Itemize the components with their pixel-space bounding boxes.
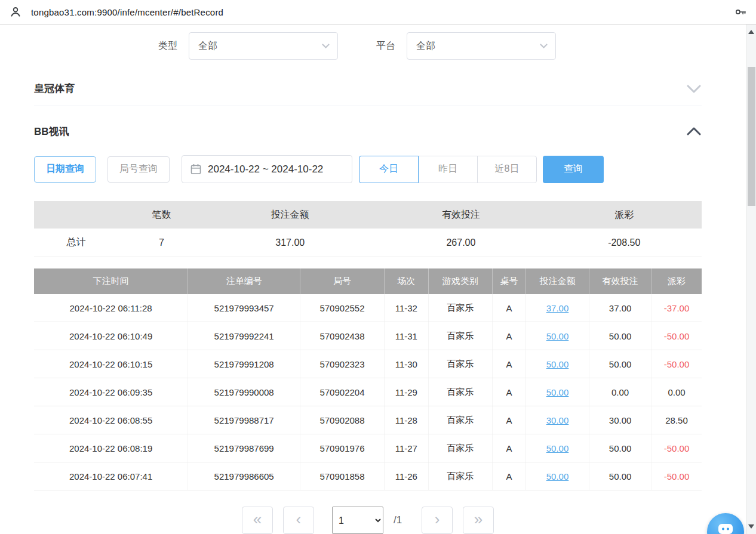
table-row: 2024-10-22 06:10:49 521979992241 5709024… xyxy=(34,322,702,350)
cell-round-id: 570901976 xyxy=(300,434,385,462)
header-table-no: 桌号 xyxy=(493,268,526,294)
type-filter-select[interactable]: 全部 xyxy=(189,32,338,60)
cell-table-no: A xyxy=(493,322,526,350)
double-chevron-left-icon: « xyxy=(253,511,262,527)
chevron-right-icon: › xyxy=(435,511,440,527)
total-pages-label: /1 xyxy=(394,514,402,526)
bet-amount-link[interactable]: 50.00 xyxy=(546,471,569,481)
double-chevron-right-icon: » xyxy=(474,511,483,527)
cell-session: 11-32 xyxy=(385,294,429,322)
today-button[interactable]: 今日 xyxy=(359,156,419,183)
summary-count-value: 7 xyxy=(118,229,205,257)
cell-bet-time: 2024-10-22 06:08:55 xyxy=(34,406,188,434)
bet-record-table: 下注时间 注单编号 局号 场次 游戏类别 桌号 投注金额 有效投注 派彩 202… xyxy=(34,268,702,490)
cell-game-type: 百家乐 xyxy=(429,294,493,322)
cell-table-no: A xyxy=(493,462,526,490)
bet-amount-link[interactable]: 37.00 xyxy=(546,303,569,313)
last-page-button[interactable]: » xyxy=(463,507,494,534)
calendar-icon xyxy=(190,163,201,175)
bet-amount-link[interactable]: 50.00 xyxy=(546,359,569,369)
browser-address-bar: tongbao31.com:9900/infe/mcenter/#/betRec… xyxy=(0,0,756,24)
cell-payout: -50.00 xyxy=(651,350,702,378)
cell-table-no: A xyxy=(493,434,526,462)
header-session: 场次 xyxy=(385,268,429,294)
bet-amount-link[interactable]: 50.00 xyxy=(546,443,569,453)
chat-icon xyxy=(716,520,735,534)
summary-header-valid-bet: 有效投注 xyxy=(375,201,546,229)
page-number-select[interactable]: 1 xyxy=(332,507,383,534)
cell-bet-time: 2024-10-22 06:11:28 xyxy=(34,294,188,322)
header-bet-id: 注单编号 xyxy=(188,268,300,294)
cell-session: 11-29 xyxy=(385,378,429,406)
prev-page-button[interactable]: ‹ xyxy=(283,507,314,534)
yesterday-button[interactable]: 昨日 xyxy=(418,156,478,183)
cell-payout: 0.00 xyxy=(651,378,702,406)
cell-bet-id: 521979988717 xyxy=(188,406,300,434)
cell-session: 11-28 xyxy=(385,406,429,434)
bet-amount-link[interactable]: 30.00 xyxy=(546,415,569,425)
cell-round-id: 570902438 xyxy=(300,322,385,350)
chevron-down-icon[interactable] xyxy=(686,84,702,94)
chevron-up-icon[interactable] xyxy=(686,126,702,136)
cell-bet-time: 2024-10-22 06:08:19 xyxy=(34,434,188,462)
scroll-up-arrow-icon[interactable] xyxy=(748,30,754,34)
summary-header-payout: 派彩 xyxy=(547,201,702,229)
cell-bet-id: 521979991208 xyxy=(188,350,300,378)
section-title-bb-video: BB视讯 xyxy=(34,125,69,138)
cell-bet-id: 521979992241 xyxy=(188,322,300,350)
table-row: 2024-10-22 06:08:55 521979988717 5709020… xyxy=(34,406,702,434)
table-header-row: 下注时间 注单编号 局号 场次 游戏类别 桌号 投注金额 有效投注 派彩 xyxy=(34,268,702,294)
summary-header-row: 笔数 投注金额 有效投注 派彩 xyxy=(34,201,702,229)
summary-header-count: 笔数 xyxy=(118,201,205,229)
cell-bet-id: 521979987699 xyxy=(188,434,300,462)
summary-header-blank xyxy=(34,201,118,229)
scrollbar[interactable] xyxy=(746,24,756,534)
platform-filter-value: 全部 xyxy=(416,40,435,53)
cell-valid-bet: 50.00 xyxy=(589,350,651,378)
table-row: 2024-10-22 06:09:35 521979990008 5709022… xyxy=(34,378,702,406)
date-range-input[interactable]: 2024-10-22 ~ 2024-10-22 xyxy=(182,155,352,183)
summary-total-label: 总计 xyxy=(34,229,118,257)
cell-valid-bet: 0.00 xyxy=(589,378,651,406)
cell-bet-id: 521979986605 xyxy=(188,462,300,490)
scroll-down-arrow-icon[interactable] xyxy=(748,524,754,529)
cell-game-type: 百家乐 xyxy=(429,350,493,378)
round-query-tab-button[interactable]: 局号查询 xyxy=(107,156,170,183)
cell-table-no: A xyxy=(493,294,526,322)
cell-valid-bet: 37.00 xyxy=(589,294,651,322)
bet-amount-link[interactable]: 50.00 xyxy=(546,387,569,397)
section-header-bb-video[interactable]: BB视讯 xyxy=(34,113,702,149)
cell-session: 11-26 xyxy=(385,462,429,490)
summary-total-row: 总计 7 317.00 267.00 -208.50 xyxy=(34,229,702,257)
key-icon[interactable] xyxy=(733,4,748,20)
cell-round-id: 570902204 xyxy=(300,378,385,406)
filter-row: 类型 全部 平台 全部 xyxy=(158,32,702,60)
cell-payout: -50.00 xyxy=(651,322,702,350)
cell-round-id: 570902552 xyxy=(300,294,385,322)
search-button[interactable]: 查询 xyxy=(543,156,604,183)
next-page-button[interactable]: › xyxy=(422,507,453,534)
chevron-down-icon xyxy=(540,41,548,48)
first-page-button[interactable]: « xyxy=(242,507,273,534)
header-game-type: 游戏类别 xyxy=(429,268,493,294)
cell-round-id: 570901858 xyxy=(300,462,385,490)
summary-valid-bet-value: 267.00 xyxy=(375,229,546,257)
section-header-crown-sports[interactable]: 皇冠体育 xyxy=(34,72,702,106)
cell-round-id: 570902088 xyxy=(300,406,385,434)
cell-session: 11-30 xyxy=(385,350,429,378)
header-round-id: 局号 xyxy=(300,268,385,294)
cell-payout: -50.00 xyxy=(651,462,702,490)
platform-filter-select[interactable]: 全部 xyxy=(407,32,556,60)
cell-game-type: 百家乐 xyxy=(429,462,493,490)
query-toolbar: 日期查询 局号查询 2024-10-22 ~ 2024-10-22 今日 昨日 … xyxy=(34,155,702,183)
address-bar-url[interactable]: tongbao31.com:9900/infe/mcenter/#/betRec… xyxy=(31,7,725,17)
date-query-tab-button[interactable]: 日期查询 xyxy=(34,156,96,183)
platform-filter-label: 平台 xyxy=(376,40,395,53)
scrollbar-thumb[interactable] xyxy=(748,67,755,206)
profile-icon[interactable] xyxy=(8,4,23,20)
summary-header-bet-amount: 投注金额 xyxy=(205,201,375,229)
last-8-days-button[interactable]: 近8日 xyxy=(477,156,537,183)
cell-table-no: A xyxy=(493,350,526,378)
bet-amount-link[interactable]: 50.00 xyxy=(546,331,569,341)
chevron-down-icon xyxy=(322,41,330,48)
